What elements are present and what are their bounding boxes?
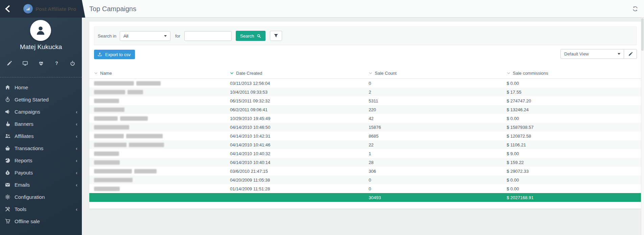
pencil-icon[interactable] — [6, 61, 12, 66]
redacted-name-bar — [94, 108, 124, 112]
redacted-name-bar — [94, 187, 120, 191]
table-row: 10/4/2011 09:33:53 2 $ 17.55 — [89, 88, 641, 96]
redacted-name-bar — [94, 81, 134, 86]
column-header-date-created[interactable]: Date Created — [225, 71, 364, 76]
row-sale-commission: $ 0.00 — [502, 186, 641, 191]
monitor-icon[interactable] — [22, 61, 28, 66]
redacted-name-bar — [94, 116, 118, 121]
redacted-name-bar — [94, 99, 119, 103]
filter-button[interactable] — [270, 31, 282, 41]
sidebar-item-tools[interactable]: Tools — [0, 203, 82, 215]
power-icon[interactable] — [70, 61, 75, 66]
sort-chevron-icon — [230, 71, 234, 75]
sidebar-item-affiliates[interactable]: Affiliates — [0, 130, 82, 142]
funnel-icon — [274, 33, 278, 38]
row-sale-count: 306 — [364, 169, 502, 174]
search-button[interactable]: Search — [236, 31, 266, 41]
row-sale-commission: $ 0.00 — [502, 81, 641, 86]
row-sale-count: 0 — [364, 186, 502, 191]
row-sale-commission: $ 17.55 — [502, 90, 641, 95]
row-sale-count: 0 — [364, 178, 502, 183]
top-campaigns-panel: Search in All for Search Export to csv D… — [89, 22, 641, 209]
row-sale-commission: $ 0.00 — [502, 178, 641, 183]
row-name-redacted — [89, 134, 225, 138]
home-icon — [5, 85, 10, 90]
avatar — [30, 20, 51, 41]
search-in-value: All — [123, 33, 128, 39]
scrollbar-thumb[interactable] — [641, 18, 644, 51]
back-chevron-icon[interactable] — [4, 5, 12, 13]
row-sale-commission: $ 120872.58 — [502, 134, 641, 139]
sidebar-item-reports[interactable]: Reports — [0, 154, 82, 166]
table-row: 03/6/2010 21:47:15 306 $ 29072.33 — [89, 167, 641, 175]
row-name-redacted — [89, 99, 225, 103]
search-input[interactable] — [184, 31, 232, 41]
sidebar-item-getting-started[interactable]: Getting Started — [0, 93, 82, 105]
page-title: Top Campaigns — [89, 5, 136, 13]
row-date-created: 04/14/2010 10:41:46 — [225, 142, 364, 147]
sidebar-item-label: Configuration — [15, 194, 76, 200]
redacted-name-bar — [129, 143, 164, 147]
column-header-sale-count[interactable]: Sale Count — [364, 71, 502, 76]
search-in-select[interactable]: All — [120, 31, 170, 41]
question-icon[interactable] — [54, 61, 60, 66]
column-header-sale-commissions[interactable]: Sale commissions — [502, 71, 641, 76]
chevron-left-icon — [76, 121, 77, 126]
row-sale-commission: $ 159.22 — [502, 160, 641, 165]
column-header-label: Name — [100, 71, 112, 76]
row-date-created: 04/14/2010 10:40:32 — [225, 151, 364, 156]
megaphone-icon — [5, 109, 10, 115]
row-date-created: 04/20/2009 11:05:38 — [225, 178, 364, 183]
row-name-redacted — [89, 90, 225, 94]
chevron-left-icon — [76, 109, 77, 114]
chevron-left-icon — [76, 207, 77, 212]
brand-name: Post Affiliate Pro — [36, 6, 76, 12]
edit-view-button[interactable] — [624, 49, 637, 58]
pie-icon — [5, 158, 10, 163]
sidebar-item-banners[interactable]: Banners — [0, 118, 82, 130]
sort-chevron-icon — [507, 71, 510, 75]
refresh-icon[interactable] — [632, 6, 638, 12]
logo-arrows-icon — [25, 6, 31, 12]
row-sale-count: 15876 — [364, 125, 502, 130]
row-sale-count: 220 — [364, 107, 502, 112]
row-name-redacted — [89, 116, 225, 121]
redacted-name-bar — [120, 116, 148, 121]
sidebar-item-home[interactable]: Home — [0, 81, 82, 93]
basket-icon — [5, 145, 10, 151]
sidebar-item-offline-sale[interactable]: Offline sale — [0, 215, 82, 227]
sidebar-divider — [0, 77, 82, 77]
sidebar: Post Affiliate Pro Matej Kukucka Home Ge… — [0, 0, 82, 235]
row-sale-count: 22 — [364, 142, 502, 147]
person-icon — [35, 25, 46, 36]
row-name-redacted — [89, 143, 225, 147]
sidebar-item-label: Tools — [15, 206, 76, 212]
row-date-created: 10/4/2011 09:33:53 — [225, 90, 364, 95]
row-sale-commission: $ 29072.33 — [502, 169, 641, 174]
heartbeat-icon[interactable] — [38, 61, 44, 66]
sidebar-item-configuration[interactable]: Configuration — [0, 191, 82, 203]
row-name-redacted — [89, 125, 225, 130]
column-header-name[interactable]: Name — [89, 71, 225, 76]
row-sale-commission: $ 1587938.57 — [502, 125, 641, 130]
row-date-created: 06/15/2011 09:32:32 — [225, 98, 364, 103]
redacted-name-bar — [94, 134, 124, 138]
redacted-name-bar — [94, 125, 129, 130]
sidebar-item-transactions[interactable]: Transactions — [0, 142, 82, 154]
table-row: 03/11/2013 12:56:04 0 $ 0.00 — [89, 79, 641, 88]
sidebar-item-campaigns[interactable]: Campaigns — [0, 105, 82, 118]
table-row: 04/14/2010 10:41:46 22 $ 1106.21 — [89, 140, 641, 149]
view-select[interactable]: Default View — [561, 49, 624, 58]
row-sale-count: 2 — [364, 90, 502, 95]
sidebar-item-emails[interactable]: Emails — [0, 179, 82, 191]
view-selector-group: Default View — [560, 49, 637, 59]
main-content: Search in All for Search Export to csv D… — [82, 18, 644, 235]
row-sale-commission: $ 13246.24 — [502, 107, 641, 112]
sidebar-item-payouts[interactable]: Payouts — [0, 166, 82, 179]
export-csv-button[interactable]: Export to csv — [94, 50, 135, 59]
row-date-created: 01/14/2009 11:51:28 — [225, 186, 364, 191]
column-header-label: Sale Count — [375, 71, 396, 76]
row-sale-count: 1 — [364, 151, 502, 156]
row-date-created: 04/14/2010 10:46:50 — [225, 125, 364, 130]
for-label: for — [175, 33, 180, 39]
